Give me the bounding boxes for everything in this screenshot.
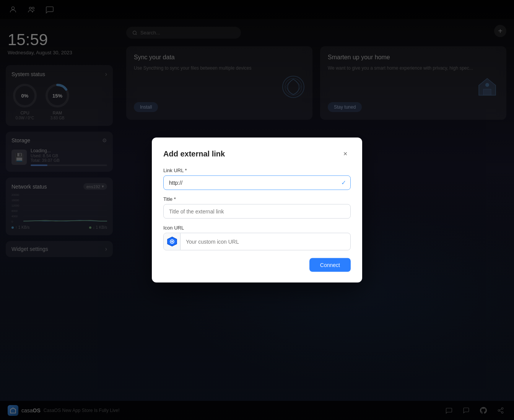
link-url-label: Link URL * bbox=[163, 168, 351, 173]
icon-url-label: Icon URL bbox=[163, 225, 351, 231]
title-label: Title * bbox=[163, 196, 351, 202]
add-external-link-modal: Add external link × Link URL * ✓ Title *… bbox=[152, 138, 362, 283]
connect-button[interactable]: Connect bbox=[309, 258, 351, 272]
title-input[interactable] bbox=[163, 204, 351, 219]
icon-url-wrapper bbox=[163, 233, 351, 251]
modal-title: Add external link bbox=[163, 149, 225, 158]
icon-url-input[interactable] bbox=[181, 235, 350, 249]
title-group: Title * bbox=[163, 196, 351, 219]
link-url-group: Link URL * ✓ bbox=[163, 168, 351, 190]
link-url-input[interactable] bbox=[163, 176, 351, 190]
icon-url-group: Icon URL bbox=[163, 225, 351, 251]
icon-preview bbox=[164, 233, 181, 250]
modal-close-button[interactable]: × bbox=[340, 148, 351, 159]
link-url-wrapper: ✓ bbox=[163, 176, 351, 190]
link-url-check-icon: ✓ bbox=[341, 179, 346, 186]
modal-header: Add external link × bbox=[163, 148, 351, 159]
svg-point-30 bbox=[171, 241, 173, 243]
modal-footer: Connect bbox=[163, 258, 351, 272]
